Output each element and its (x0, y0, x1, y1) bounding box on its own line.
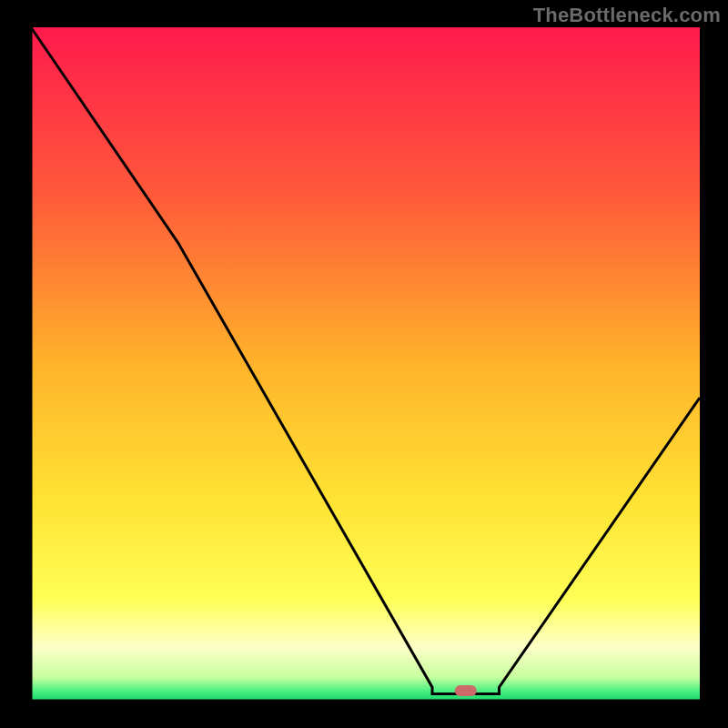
optimal-marker (455, 685, 477, 696)
watermark-text: TheBottleneck.com (533, 4, 721, 27)
plot-background (31, 27, 700, 701)
chart-container: TheBottleneck.com (0, 0, 728, 728)
bottleneck-chart (0, 0, 728, 728)
